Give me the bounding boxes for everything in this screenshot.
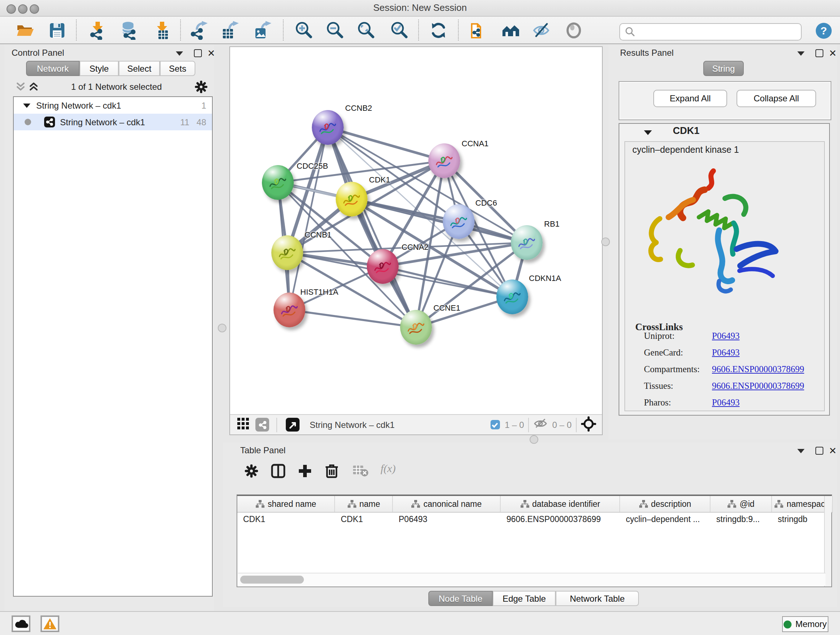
expand-all-button[interactable]: Expand All	[653, 90, 727, 107]
export-table-icon[interactable]	[219, 19, 241, 41]
network-node-CCNA2[interactable]	[367, 249, 399, 284]
table-cell[interactable]: cyclin–dependent ...	[620, 512, 711, 526]
network-node-CDC25B[interactable]	[262, 165, 294, 200]
horizontal-splitter-grip[interactable]	[530, 435, 538, 444]
import-network-file-icon[interactable]	[87, 19, 109, 41]
warning-button[interactable]	[41, 616, 59, 632]
search-input[interactable]	[639, 26, 801, 38]
show-all-icon[interactable]	[563, 19, 584, 41]
network-canvas[interactable]: CCNB2CCNA1CDC25BCDK1CDC6RB1CCNB1CCNA2CDK…	[230, 47, 602, 415]
control-panel-menu-icon[interactable]	[174, 49, 185, 58]
network-node-RB1[interactable]	[511, 225, 543, 260]
memory-button[interactable]: Memory	[782, 616, 829, 632]
table-panel-float-icon[interactable]	[813, 446, 825, 455]
zoom-selected-icon[interactable]	[388, 19, 410, 41]
collection-expand-icon[interactable]	[23, 103, 30, 108]
column-header-database-identifier[interactable]: database identifier	[501, 496, 620, 512]
network-edge[interactable]	[352, 199, 527, 242]
table-panel-close-icon[interactable]: ✕	[827, 446, 838, 455]
table-cell[interactable]: 9606.ENSP00000378699	[501, 512, 620, 526]
hide-selected-icon[interactable]	[531, 19, 553, 41]
crosslink-value-link[interactable]: 9606.ENSP00000378699	[712, 381, 804, 392]
network-node-CDK1[interactable]	[336, 182, 368, 217]
selected-checkbox-icon[interactable]	[490, 420, 500, 429]
network-node-CCNB1[interactable]	[271, 235, 303, 270]
tab-node-table[interactable]: Node Table	[428, 591, 493, 606]
network-options-gear-icon[interactable]	[195, 80, 208, 96]
zoom-fit-icon[interactable]	[355, 19, 377, 41]
birdseye-view-icon[interactable]	[286, 418, 300, 432]
tab-edge-table[interactable]: Edge Table	[493, 591, 556, 606]
column-header-namespace[interactable]: namespace	[772, 496, 833, 512]
delete-row-trash-icon[interactable]	[324, 463, 339, 481]
results-panel-close-icon[interactable]: ✕	[827, 49, 838, 58]
tab-network[interactable]: Network	[26, 61, 80, 76]
crosslink-value-link[interactable]: 9606.ENSP00000378699	[712, 364, 804, 375]
table-settings-gear-icon[interactable]	[245, 464, 258, 481]
tab-select[interactable]: Select	[118, 61, 160, 76]
cloud-status-button[interactable]	[11, 616, 30, 632]
table-horizontal-scrollbar[interactable]	[238, 573, 826, 586]
network-share-icon[interactable]	[256, 418, 269, 432]
show-columns-icon[interactable]	[271, 463, 286, 481]
scrollbar-thumb[interactable]	[240, 576, 304, 584]
column-header-description[interactable]: description	[620, 496, 711, 512]
tab-style[interactable]: Style	[80, 61, 118, 76]
right-splitter-grip[interactable]	[601, 238, 610, 246]
export-image-icon[interactable]	[252, 19, 273, 41]
table-cell[interactable]: stringdb:9...	[711, 512, 772, 526]
grid-view-icon[interactable]	[237, 417, 249, 432]
network-node-CCNE1[interactable]	[400, 310, 432, 345]
network-collection-row[interactable]: String Network – cdk1 1	[14, 97, 212, 114]
crosslink-value-link[interactable]: P06493	[712, 331, 739, 342]
hidden-eye-icon[interactable]	[534, 418, 548, 432]
delete-table-icon[interactable]	[352, 465, 369, 480]
network-node-CCNA1[interactable]	[428, 143, 460, 178]
add-row-icon[interactable]	[297, 463, 313, 481]
fit-content-crosshair-icon[interactable]	[581, 416, 596, 433]
tab-string[interactable]: String	[703, 61, 744, 76]
tab-network-table[interactable]: Network Table	[556, 591, 639, 606]
column-header-name[interactable]: name	[335, 496, 393, 512]
gene-collapse-icon[interactable]	[644, 130, 652, 135]
first-neighbors-icon[interactable]	[500, 19, 522, 41]
network-node-CDKN1A[interactable]	[496, 279, 528, 314]
collapse-all-button[interactable]: Collapse All	[737, 90, 816, 107]
left-splitter-grip[interactable]	[218, 324, 226, 333]
table-cell[interactable]: stringdb	[772, 512, 833, 526]
export-network-icon[interactable]	[188, 19, 210, 41]
save-session-icon[interactable]	[46, 19, 68, 41]
import-network-database-icon[interactable]	[118, 19, 140, 41]
table-cell[interactable]: P06493	[393, 512, 501, 526]
zoom-out-icon[interactable]	[324, 19, 346, 41]
import-string-network-icon[interactable]	[467, 19, 489, 41]
network-node-CCNB2[interactable]	[312, 110, 344, 145]
collapse-all-networks-icon[interactable]	[16, 82, 25, 95]
column-header--id[interactable]: @id	[711, 496, 772, 512]
control-panel-close-icon[interactable]: ✕	[205, 49, 217, 58]
network-edge[interactable]	[328, 127, 416, 327]
tab-sets[interactable]: Sets	[160, 61, 195, 76]
control-panel-float-icon[interactable]	[192, 49, 203, 58]
help-icon[interactable]: ?	[813, 19, 834, 41]
network-row[interactable]: String Network – cdk1 11 48	[14, 114, 212, 130]
table-cell[interactable]: CDK1	[335, 512, 393, 526]
table-cell[interactable]: CDK1	[237, 512, 335, 526]
network-edge[interactable]	[289, 310, 416, 327]
table-row[interactable]: CDK1CDK1P064939606.ENSP00000378699cyclin…	[237, 512, 833, 526]
crosslink-value-link[interactable]: P06493	[712, 397, 739, 409]
zoom-in-icon[interactable]	[293, 19, 315, 41]
network-node-HIST1H1A[interactable]	[273, 293, 305, 327]
open-session-icon[interactable]	[14, 19, 36, 41]
refresh-view-icon[interactable]	[428, 19, 449, 41]
column-header-shared-name[interactable]: shared name	[237, 496, 335, 512]
import-table-file-icon[interactable]	[151, 19, 173, 41]
results-panel-float-icon[interactable]	[813, 49, 825, 58]
column-header-canonical-name[interactable]: canonical name	[393, 496, 501, 512]
table-panel-menu-icon[interactable]	[795, 446, 807, 455]
crosslink-value-link[interactable]: P06493	[712, 348, 739, 358]
results-panel-menu-icon[interactable]	[795, 49, 807, 58]
function-builder-icon[interactable]: f(x)	[381, 463, 396, 475]
network-node-CDC6[interactable]	[443, 204, 475, 239]
expand-all-networks-icon[interactable]	[29, 82, 38, 95]
